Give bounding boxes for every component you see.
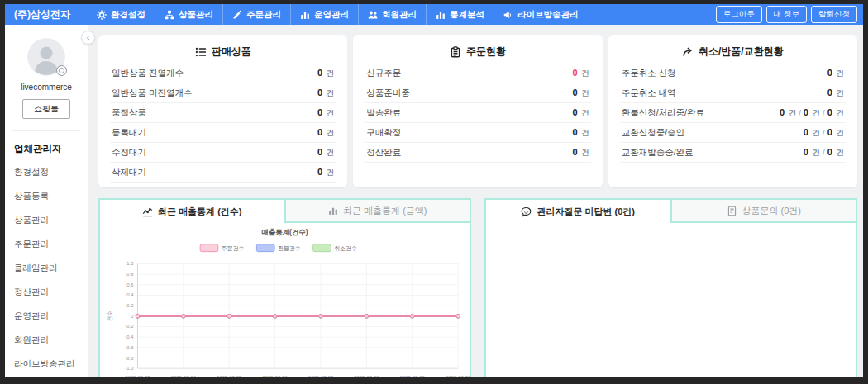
top-menu-item-3[interactable]: 주문관리: [222, 4, 290, 25]
row-label: 주문취소 신청: [622, 68, 676, 79]
row-unit: 건: [579, 128, 589, 137]
tab-label: 관리자질문 미답변 (0건): [537, 206, 635, 218]
logout-button[interactable]: 로그아웃: [716, 6, 762, 23]
sidebar-item-8[interactable]: 회원관리: [5, 328, 88, 352]
sidebar-item-7[interactable]: 운영관리: [5, 304, 88, 328]
row-label: 교환신청중/승인: [622, 127, 684, 139]
row-unit: 건: [810, 128, 820, 137]
y-tick-label: 0: [131, 314, 134, 319]
card-row[interactable]: 주문취소 내역0 건: [620, 83, 846, 103]
main-content: 판매상품일반상품 진열개수0 건일반상품 미진열개수0 건품절상품0 건등록대기…: [88, 25, 863, 377]
card-title-label: 취소/반품/교환현황: [699, 45, 784, 59]
withdraw-request-button[interactable]: 탈퇴신청: [811, 6, 857, 23]
value-separator: /: [823, 148, 825, 157]
chart-bars-icon: [300, 10, 310, 20]
card-row[interactable]: 신규주문0 건: [365, 64, 590, 83]
row-unit: 건: [786, 108, 796, 117]
row-unit: 건: [324, 128, 334, 137]
row-unit: 건: [324, 108, 334, 117]
row-values: 0 건: [317, 68, 334, 79]
card-row[interactable]: 환불신청/처리중/완료0 건/0 건/0 건: [620, 103, 846, 123]
card-row[interactable]: 등록대기0 건: [110, 123, 336, 143]
card-row[interactable]: 구매확정0 건: [365, 123, 590, 143]
card-row[interactable]: 품절상품0 건: [110, 103, 336, 123]
card-row[interactable]: 교환신청중/승인0 건/0 건: [620, 123, 846, 143]
card-row[interactable]: 상품준비중0 건: [365, 83, 590, 103]
y-tick-label: -0.2: [125, 324, 133, 329]
pencil-icon: [232, 10, 242, 20]
top-menu-item-2[interactable]: 상품관리: [155, 4, 222, 25]
data-point: [365, 315, 369, 319]
sidebar-item-9[interactable]: 라이브방송관리: [5, 352, 88, 376]
card-row[interactable]: 정산완료0 건: [365, 143, 590, 163]
row-values: 0 건: [572, 127, 589, 139]
top-menu-item-6[interactable]: 통계분석: [426, 4, 494, 25]
row-unit: 건: [579, 88, 589, 97]
y-tick-label: -0.6: [125, 345, 134, 350]
top-menu-item-4[interactable]: 운영관리: [290, 4, 358, 25]
sales-stats-tab-2[interactable]: 최근 매출통계 (금액): [284, 200, 470, 223]
top-menu-item-7[interactable]: 라이브방송관리: [494, 4, 588, 25]
row-label: 교환재발송중/완료: [622, 147, 694, 159]
top-menu-label: 환경설정: [111, 9, 145, 21]
row-count: 0: [317, 167, 322, 177]
sales-stats-tab-1[interactable]: 최근 매출통계 (건수): [100, 200, 284, 223]
data-point: [410, 315, 414, 319]
card-row[interactable]: 일반상품 미진열개수0 건: [110, 83, 336, 103]
y-axis-label: 건수: [107, 311, 112, 321]
megaphone-icon: [503, 10, 513, 20]
row-count: 0: [804, 127, 808, 137]
row-count: 0: [572, 107, 577, 117]
avatar[interactable]: [27, 38, 65, 76]
card-row[interactable]: 교환재발송중/완료0 건/0 건: [620, 143, 846, 163]
row-values: 0 건: [317, 127, 334, 139]
row-count: 0: [317, 147, 322, 157]
inquiry-tab-2[interactable]: 상품문의 (0건): [670, 200, 856, 223]
card-row[interactable]: 일반상품 진열개수0 건: [110, 64, 336, 83]
card-title-label: 판매상품: [212, 45, 251, 59]
top-menu-label: 회원관리: [382, 9, 417, 21]
row-count: 0: [827, 127, 832, 137]
data-point: [182, 315, 186, 319]
row-values: 0 건: [827, 68, 844, 79]
products-icon: [165, 10, 174, 20]
top-menu-label: 상품관리: [179, 9, 213, 21]
sidebar-item-2[interactable]: 상품등록: [5, 184, 88, 208]
row-count: 0: [804, 107, 808, 117]
sidebar-item-6[interactable]: 정산관리: [5, 280, 88, 304]
row-unit: 건: [834, 108, 844, 117]
chart-title: 매출통계(건수): [261, 228, 308, 236]
return-arrow-icon: [682, 46, 694, 58]
sidebar-item-3[interactable]: 상품관리: [5, 208, 88, 232]
legend-swatch: [256, 244, 274, 252]
sidebar-item-5[interactable]: 클레임관리: [5, 256, 88, 280]
row-values: 0 건: [317, 88, 334, 99]
card-row[interactable]: 삭제대기0 건: [110, 163, 336, 183]
app-body: livecommerce 쇼핑몰 업체관리자 환경설정상품등록상품관리주문관리클…: [5, 25, 863, 377]
row-label: 삭제대기: [112, 167, 146, 178]
row-count: 0: [572, 147, 577, 157]
row-label: 일반상품 진열개수: [112, 68, 184, 79]
sidebar-collapse-button[interactable]: ‹: [81, 31, 95, 45]
top-menu-item-1[interactable]: 환경설정: [88, 4, 155, 25]
sidebar-item-1[interactable]: 환경설정: [5, 160, 88, 184]
card-row[interactable]: 수정대기0 건: [110, 143, 336, 163]
row-unit: 건: [324, 168, 334, 177]
value-separator: /: [823, 128, 825, 137]
tab-label: 상품문의 (0건): [742, 205, 802, 217]
card-row[interactable]: 발송완료0 건: [365, 103, 590, 123]
row-label: 신규주문: [366, 68, 401, 79]
card-row[interactable]: 주문취소 신청0 건: [620, 64, 846, 83]
inquiry-tab-1[interactable]: 관리자질문 미답변 (0건): [486, 200, 670, 223]
row-label: 환불신청/처리중/완료: [622, 107, 704, 119]
top-menu-label: 주문관리: [246, 9, 281, 21]
row-label: 일반상품 미진열개수: [112, 88, 192, 99]
y-tick-label: 1.0: [126, 261, 134, 266]
my-info-button[interactable]: 내 정보: [766, 6, 807, 23]
sidebar-item-4[interactable]: 주문관리: [5, 232, 88, 256]
top-menu-item-5[interactable]: 회원관리: [358, 4, 426, 25]
document-icon: [727, 206, 737, 216]
avatar-edit-badge-icon[interactable]: [56, 65, 67, 76]
shop-button[interactable]: 쇼핑몰: [22, 99, 70, 119]
value-separator: /: [799, 108, 801, 117]
